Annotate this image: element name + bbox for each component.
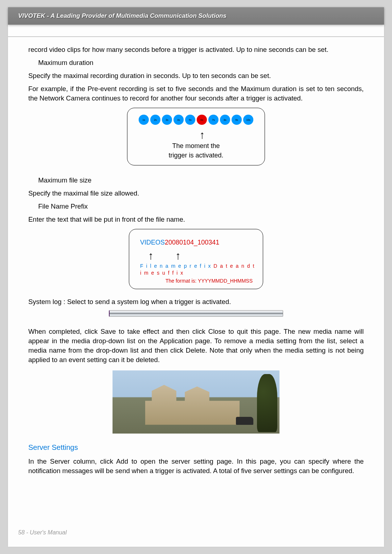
manual-page: VIVOTEK - A Leading Provider of Multimed… [8,7,384,547]
time-dot: 8s [220,115,230,125]
filename-diagram: VIDEOS20080104_100341 ↑ ↑ F i l e n a m … [129,229,263,289]
page-content: record video clips for how many seconds … [8,37,384,476]
file-prefix-desc: Enter the text that will be put in front… [28,215,364,224]
time-dot: 10s [243,115,253,125]
header-title: VIVOTEK - A Leading Provider of Multimed… [18,12,226,20]
arrow-up-icon: ↑ [175,250,181,261]
time-dot: 4s [173,115,184,125]
page-header: VIVOTEK - A Leading Provider of Multimed… [8,7,384,25]
filename-arrows: ↑ ↑ [140,250,256,261]
time-dot: 2s [150,115,160,125]
completion-paragraph: When completed, click Save to take effec… [28,327,364,365]
photo-building [145,385,240,425]
time-dot: 1s [139,115,149,125]
server-settings-heading: Server Settings [28,442,364,452]
filename-format-note: The format is: YYYYMMDD_HHMMSS [140,278,256,285]
filename-example: VIDEOS20080104_100341 [140,238,256,247]
server-settings-paragraph: In the Server column, click Add to open … [28,457,364,476]
time-dot: 3s [162,115,172,125]
max-duration-label: Maximum duration [28,58,364,67]
filename-labels: F i l e n a m e p r e f i x D a t e a n … [140,263,256,277]
trigger-dot: 6s [197,115,207,125]
filename-suffix-text: 20080104_100341 [165,239,219,246]
arrow-up-icon: ↑ [148,250,154,261]
intro-continuation: record video clips for how many seconds … [28,45,364,54]
dots-row: 1s 2s 3s 4s 5s 6s 7s 8s 9s 10s [133,115,259,125]
system-log-line: System log : Select to send a system log… [28,297,364,307]
file-prefix-label: File Name Prefix [28,202,364,211]
filename-prefix-text: VIDEOS [140,239,165,246]
time-dot: 9s [232,115,242,125]
photo-tree [257,374,277,432]
photo-car [236,417,253,425]
arrow-up-icon: ↑ [133,129,259,141]
diagram-caption: The moment the trigger is activated. [133,141,259,160]
sample-photo [113,370,279,434]
separator-bar [109,310,283,317]
timing-diagram: 1s 2s 3s 4s 5s 6s 7s 8s 9s 10s ↑ The mom… [127,108,265,165]
max-duration-desc: Specify the maximal recording duration i… [28,71,364,81]
time-dot: 7s [208,115,219,125]
time-dot: 5s [185,115,195,125]
max-file-size-desc: Specify the maximal file size allowed. [28,189,364,198]
max-file-size-label: Maximum file size [28,176,364,185]
example-paragraph: For example, if the Pre-event recording … [28,84,364,103]
page-footer: 58 - User's Manual [18,529,67,536]
